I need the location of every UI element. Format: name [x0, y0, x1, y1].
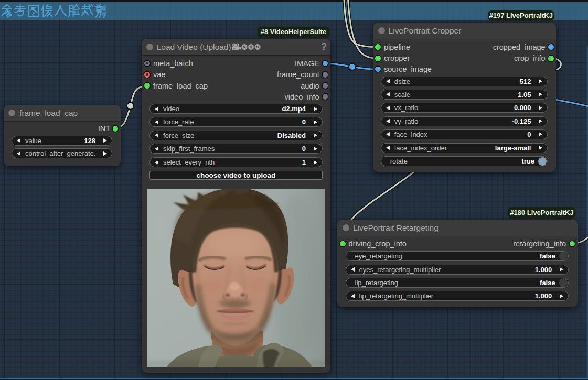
svg-text:H: H	[249, 45, 252, 49]
svg-text:S: S	[256, 45, 259, 49]
svg-text:V: V	[243, 45, 246, 49]
